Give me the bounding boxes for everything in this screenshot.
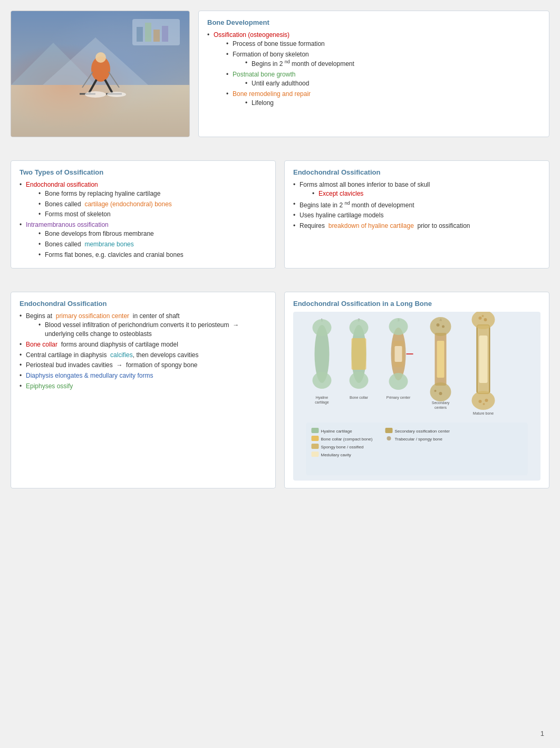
endochondral-sub: Bone forms by replacing hyaline cartilag… [26,189,267,219]
endochondral-process-title: Endochondral Ossification [20,300,267,308]
forms-almost-sub: Except clavicles [300,189,540,198]
item-begins-late: Begins late in 2 nd month of development [293,200,540,210]
ossification-label: Ossification (osteogenesis) [214,31,289,39]
epiphyses-label: Epiphyses ossify [26,382,73,390]
page-number: 1 [540,730,544,737]
endochondral-process-list: Begins at primary ossification center in… [20,312,267,390]
item-requires: Requires breakdown of hyaline cartilage … [293,222,540,231]
item-forms-flat: Forms flat bones, e.g. clavicles and cra… [38,251,267,260]
primary-ossification-label: primary ossification center [56,312,129,320]
endochondral-type-label: Endochondral ossification [26,181,98,188]
item-postnatal: Postnatal bone growth Until early adulth… [226,70,540,88]
svg-point-12 [85,91,106,98]
skier-svg [11,11,189,137]
svg-point-5 [95,52,106,63]
svg-point-52 [484,318,487,321]
item-blood-vessel: Blood vessel infiltration of perichondri… [38,321,267,339]
svg-rect-69 [312,444,319,449]
item-uses-hyaline: Uses hyaline cartilage models [293,211,540,220]
svg-rect-18 [162,26,168,42]
item-until: Until early adulthood [245,79,540,88]
item-formation: Formation of bony skeleton Begins in 2 n… [226,50,540,69]
item-intramembranous-type: Intramembranous ossification Bone develo… [20,220,267,259]
svg-point-75 [387,436,391,440]
svg-point-30 [350,319,369,336]
two-types-title: Two Types of Ossification [20,168,267,176]
item-except: Except clavicles [312,189,540,198]
intramembranous-sub: Bone develops from fibrous membrane Bone… [26,229,267,259]
svg-point-50 [472,391,495,410]
svg-text:Secondary ossification center: Secondary ossification center [395,429,450,434]
except-label: Except clavicles [318,190,363,197]
page-container: Bone Development Ossification (osteogene… [11,11,549,488]
bone-development-title: Bone Development [207,18,540,26]
long-bone-card: Endochondral Ossification in a Long Bone… [284,292,549,488]
remodeling-label: Bone remodeling and repair [233,90,311,98]
skier-image [11,11,190,137]
svg-point-45 [435,390,437,392]
begins-at-sub: Blood vessel infiltration of perichondri… [26,321,267,339]
svg-point-42 [437,323,440,327]
diaphysis-label: Diaphysis elongates & medullary cavity f… [26,372,153,379]
svg-point-51 [479,317,482,320]
item-endochondral-type: Endochondral ossification Bone forms by … [20,180,267,219]
postnatal-label: Postnatal bone growth [233,71,295,78]
item-begins: Begins in 2 nd month of development [245,59,540,69]
formation-sub: Begins in 2 nd month of development [233,59,540,69]
item-periosteal-bud: Periosteal bud invades cavities → format… [20,361,267,370]
list-item-ossification: Ossification (osteogenesis) Process of b… [207,31,540,107]
item-bones-called-cart: Bones called cartilage (endochondral) bo… [38,200,267,209]
svg-rect-39 [437,341,445,378]
svg-rect-34 [395,346,402,362]
calcifies-label: calcifies [110,351,133,359]
long-bone-title: Endochondral Ossification in a Long Bone [293,300,540,308]
svg-point-27 [313,372,332,389]
svg-rect-73 [385,428,393,433]
svg-text:Hyaline cartilage: Hyaline cartilage [321,429,353,434]
breakdown-label: breakdown of hyaline cartilage [329,222,414,229]
svg-point-35 [389,318,408,335]
svg-rect-47 [479,335,488,383]
long-bone-image: 1 2 3 4 5 [293,312,540,481]
svg-text:cartilage: cartilage [315,400,329,405]
two-types-list: Endochondral ossification Bone forms by … [20,180,267,259]
row-1: Bone Development Ossification (osteogene… [11,11,549,137]
item-bone-forms: Bone forms by replacing hyaline cartilag… [38,189,267,198]
spacer-1 [11,148,549,160]
item-bone-fibrous: Bone develops from fibrous membrane [38,229,267,238]
svg-point-53 [482,315,484,317]
svg-text:Secondary: Secondary [432,401,450,405]
postnatal-sub: Until early adulthood [233,79,540,88]
endochondral-process-card: Endochondral Ossification Begins at prim… [11,292,276,488]
endochondral-desc-card: Endochondral Ossification Forms almost a… [284,160,549,268]
svg-text:Trabecular / spongy bone: Trabecular / spongy bone [395,437,443,442]
item-begins-at: Begins at primary ossification center in… [20,312,267,338]
item-epiphyses: Epiphyses ossify [20,382,267,391]
long-bone-svg: 1 2 3 4 5 [293,312,540,481]
item-forms-almost: Forms almost all bones inferior to base … [293,180,540,198]
item-process: Process of bone tissue formation [226,40,540,49]
row-3: Endochondral Ossification Begins at prim… [11,292,549,488]
svg-point-54 [479,400,482,403]
two-types-card: Two Types of Ossification Endochondral o… [11,160,276,268]
item-remodeling: Bone remodeling and repair Lifelong [226,90,540,108]
svg-text:Bone collar: Bone collar [350,396,369,399]
membrane-bones-label: membrane bones [84,241,133,248]
svg-text:Primary center: Primary center [387,396,411,400]
svg-text:Medullary cavity: Medullary cavity [321,453,351,457]
svg-text:Bone collar (compact bone): Bone collar (compact bone) [321,437,373,442]
item-bone-collar: Bone collar forms around diaphysis of ca… [20,340,267,349]
remodeling-sub: Lifelong [233,99,540,108]
item-bones-called-mem: Bones called membrane bones [38,240,267,249]
svg-text:Hyaline: Hyaline [316,396,328,400]
svg-rect-17 [153,30,160,42]
row-2: Two Types of Ossification Endochondral o… [11,160,549,268]
svg-point-43 [442,325,445,328]
item-central-cartilage: Central cartilage in diaphysis calcifies… [20,351,267,360]
svg-point-26 [313,319,332,336]
svg-rect-15 [137,27,143,42]
svg-rect-67 [312,436,319,441]
svg-point-55 [485,399,488,402]
spacer-2 [11,279,549,292]
item-lifelong: Lifelong [245,99,540,108]
